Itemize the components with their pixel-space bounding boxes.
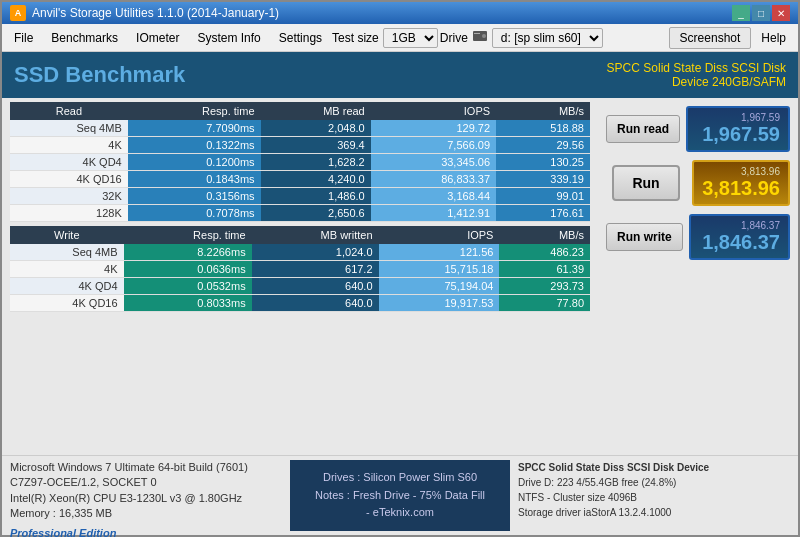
mbs-4kqd4-r: 130.25 (496, 154, 590, 171)
maximize-button[interactable]: □ (752, 5, 770, 21)
drive-group: Drive d: [sp slim s60] (440, 28, 603, 48)
run-button[interactable]: Run (612, 165, 679, 201)
label-4kqd16-r: 4K QD16 (10, 171, 128, 188)
label-4kqd4-w: 4K QD4 (10, 278, 124, 295)
mb-4kqd4-r: 1,628.2 (261, 154, 371, 171)
col-resp-time: Resp. time (128, 102, 261, 120)
device-line1: SPCC Solid State Diss SCSI Disk (607, 61, 786, 75)
run-total-container: Run 3,813.96 3,813.96 (606, 160, 790, 206)
menu-help[interactable]: Help (753, 28, 794, 48)
col-iops-write: IOPS (379, 226, 500, 244)
write-table: Write Resp. time MB written IOPS MB/s Se… (10, 226, 590, 312)
drive-icon (472, 30, 488, 45)
iops-4kqd4-w: 75,194.04 (379, 278, 500, 295)
device-info-title: SPCC Solid State Diss SCSI Disk Device (518, 460, 790, 475)
footer: Microsoft Windows 7 Ultimate 64-bit Buil… (2, 455, 798, 535)
sys-board: C7Z97-OCEE/1.2, SOCKET 0 (10, 475, 282, 490)
table-row: 4K QD4 0.0532ms 640.0 75,194.04 293.73 (10, 278, 590, 295)
col-mbs-read: MB/s (496, 102, 590, 120)
iops-128k-r: 1,412.91 (371, 205, 496, 222)
iops-4kqd16-r: 86,833.37 (371, 171, 496, 188)
table-row: 4K 0.1322ms 369.4 7,566.09 29.56 (10, 137, 590, 154)
col-mb-written: MB written (252, 226, 379, 244)
mbs-4k-w: 61.39 (499, 261, 590, 278)
mb-128k-r: 2,650.6 (261, 205, 371, 222)
iops-4kqd16-w: 19,917.53 (379, 295, 500, 312)
read-score-large: 1,967.59 (696, 123, 780, 146)
menu-benchmarks[interactable]: Benchmarks (43, 28, 126, 48)
mbs-32k-r: 99.01 (496, 188, 590, 205)
iops-4kqd4-r: 33,345.06 (371, 154, 496, 171)
mb-seq4mb-r: 2,048.0 (261, 120, 371, 137)
resp-128k-r: 0.7078ms (128, 205, 261, 222)
label-32k-r: 32K (10, 188, 128, 205)
content-area: SSD Benchmark SPCC Solid State Diss SCSI… (2, 52, 798, 535)
write-score-large: 1,846.37 (699, 231, 780, 254)
iops-32k-r: 3,168.44 (371, 188, 496, 205)
menu-iometer[interactable]: IOmeter (128, 28, 187, 48)
table-row: 32K 0.3156ms 1,486.0 3,168.44 99.01 (10, 188, 590, 205)
mbs-seq4mb-w: 486.23 (499, 244, 590, 261)
table-row: 128K 0.7078ms 2,650.6 1,412.91 176.61 (10, 205, 590, 222)
col-mbs-write: MB/s (499, 226, 590, 244)
drive-select[interactable]: d: [sp slim s60] (492, 28, 603, 48)
mbs-128k-r: 176.61 (496, 205, 590, 222)
read-table: Read Resp. time MB read IOPS MB/s Seq 4M… (10, 102, 590, 222)
run-write-button[interactable]: Run write (606, 223, 683, 251)
sys-cpu: Intel(R) Xeon(R) CPU E3-1230L v3 @ 1.80G… (10, 491, 282, 506)
device-driver: Storage driver iaStorA 13.2.4.1000 (518, 505, 790, 520)
screenshot-button[interactable]: Screenshot (669, 27, 752, 49)
close-button[interactable]: ✕ (772, 5, 790, 21)
sys-memory: Memory : 16,335 MB (10, 506, 282, 521)
drives-line2: Notes : Fresh Drive - 75% Data Fill (315, 487, 485, 505)
resp-4kqd4-w: 0.0532ms (124, 278, 252, 295)
table-row: Seq 4MB 7.7090ms 2,048.0 129.72 518.88 (10, 120, 590, 137)
drives-line1: Drives : Silicon Power Slim S60 (323, 469, 477, 487)
resp-4kqd16-w: 0.8033ms (124, 295, 252, 312)
footer-device-info: SPCC Solid State Diss SCSI Disk Device D… (518, 460, 790, 531)
drive-label: Drive (440, 31, 468, 45)
label-4kqd4-r: 4K QD4 (10, 154, 128, 171)
label-4kqd16-w: 4K QD16 (10, 295, 124, 312)
resp-4k-w: 0.0636ms (124, 261, 252, 278)
pro-edition-label: Professional Edition (10, 526, 282, 537)
header-bar: SSD Benchmark SPCC Solid State Diss SCSI… (2, 52, 798, 98)
main-area: Read Resp. time MB read IOPS MB/s Seq 4M… (2, 98, 798, 455)
benchmark-table: Read Resp. time MB read IOPS MB/s Seq 4M… (2, 98, 598, 455)
menu-settings[interactable]: Settings (271, 28, 330, 48)
mb-seq4mb-w: 1,024.0 (252, 244, 379, 261)
read-table-header: Read Resp. time MB read IOPS MB/s (10, 102, 590, 120)
footer-system-info: Microsoft Windows 7 Ultimate 64-bit Buil… (10, 460, 282, 531)
mb-4kqd16-r: 4,240.0 (261, 171, 371, 188)
read-score-small: 1,967.59 (696, 112, 780, 123)
label-seq4mb-r: Seq 4MB (10, 120, 128, 137)
col-write: Write (10, 226, 124, 244)
device-drive: Drive D: 223 4/55.4GB free (24.8%) (518, 475, 790, 490)
run-read-button[interactable]: Run read (606, 115, 680, 143)
window-title: Anvil's Storage Utilities 1.1.0 (2014-Ja… (32, 6, 279, 20)
right-panel: Run read 1,967.59 1,967.59 Run 3,813.96 … (598, 98, 798, 455)
device-info: SPCC Solid State Diss SCSI Disk Device 2… (607, 61, 786, 89)
resp-32k-r: 0.3156ms (128, 188, 261, 205)
total-score-small: 3,813.96 (702, 166, 780, 177)
write-table-header: Write Resp. time MB written IOPS MB/s (10, 226, 590, 244)
table-row: 4K QD16 0.8033ms 640.0 19,917.53 77.80 (10, 295, 590, 312)
resp-4k-r: 0.1322ms (128, 137, 261, 154)
menu-file[interactable]: File (6, 28, 41, 48)
ssd-benchmark-title: SSD Benchmark (14, 62, 185, 88)
total-score-large: 3,813.96 (702, 177, 780, 200)
table-row: Seq 4MB 8.2266ms 1,024.0 121.56 486.23 (10, 244, 590, 261)
total-score-box: 3,813.96 3,813.96 (692, 160, 790, 206)
test-size-select[interactable]: 1GB (383, 28, 438, 48)
mb-4k-w: 617.2 (252, 261, 379, 278)
title-bar-left: A Anvil's Storage Utilities 1.1.0 (2014-… (10, 5, 279, 21)
iops-4k-w: 15,715.18 (379, 261, 500, 278)
resp-seq4mb-r: 7.7090ms (128, 120, 261, 137)
mb-32k-r: 1,486.0 (261, 188, 371, 205)
mbs-4k-r: 29.56 (496, 137, 590, 154)
iops-seq4mb-w: 121.56 (379, 244, 500, 261)
col-read: Read (10, 102, 128, 120)
minimize-button[interactable]: _ (732, 5, 750, 21)
col-resp-time-w: Resp. time (124, 226, 252, 244)
menu-system-info[interactable]: System Info (189, 28, 268, 48)
